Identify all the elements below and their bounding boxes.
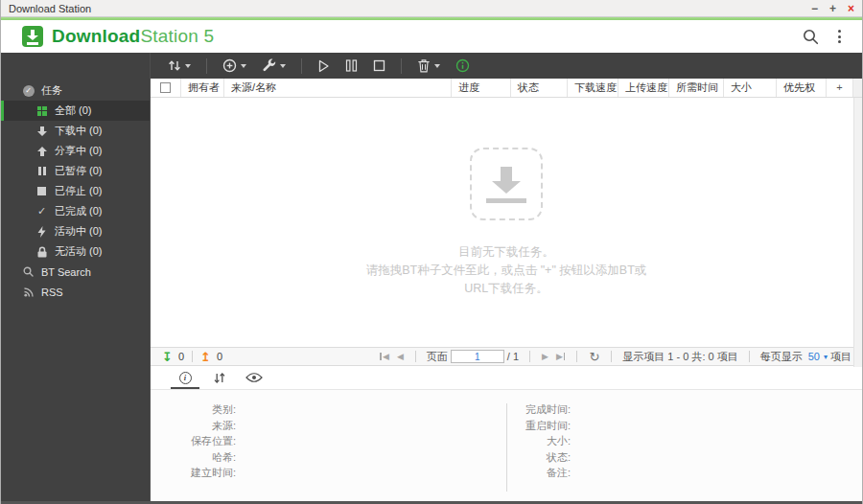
sidebar-section-tasks: ✓ 任务 xyxy=(1,80,150,101)
column-upload-speed[interactable]: 上传速度 xyxy=(618,79,669,97)
resume-button[interactable] xyxy=(312,57,336,76)
detail-tabs: i xyxy=(151,366,862,390)
detail-field-finish-time: 完成时间: xyxy=(507,401,571,418)
sidebar-item-seeding[interactable]: 分享中 (0) xyxy=(1,141,150,161)
maximize-button[interactable]: + xyxy=(829,3,836,14)
info-button[interactable] xyxy=(450,56,476,76)
sidebar-item-rss[interactable]: RSS xyxy=(1,282,150,302)
tab-transfer[interactable] xyxy=(204,366,235,389)
window-title: Download Station xyxy=(9,3,91,14)
detail-field-save-location: 保存位置: xyxy=(151,433,236,449)
stop-button[interactable] xyxy=(367,57,391,75)
page-total: / 1 xyxy=(507,351,519,362)
window-controls: − + × xyxy=(811,3,854,14)
sidebar-item-paused[interactable]: 已暂停 (0) xyxy=(1,161,150,181)
prev-page-button[interactable]: ◀ xyxy=(393,352,408,361)
app-brand: DownloadStation 5 xyxy=(22,26,214,47)
select-all-checkbox[interactable] xyxy=(160,82,171,93)
up-arrow-icon xyxy=(35,147,48,156)
column-download-speed[interactable]: 下载速度 xyxy=(568,79,618,97)
tasks-check-circle-icon: ✓ xyxy=(22,85,35,97)
delete-trash-button[interactable] xyxy=(411,56,446,76)
check-icon: ✓ xyxy=(35,205,48,218)
per-page-suffix: 项目 xyxy=(830,350,851,364)
rss-icon xyxy=(22,287,35,297)
search-icon[interactable] xyxy=(803,29,819,45)
first-page-button[interactable]: ◀ xyxy=(376,352,392,361)
window-titlebar: Download Station − + × xyxy=(1,0,862,17)
per-page-select[interactable]: 50 xyxy=(808,351,820,362)
sidebar-item-downloading[interactable]: 下载中 (0) xyxy=(1,121,150,141)
add-column-button[interactable]: + xyxy=(827,79,853,97)
grid-icon xyxy=(35,106,48,116)
tab-info[interactable]: i xyxy=(170,366,200,389)
page-number-input[interactable] xyxy=(451,350,504,363)
column-size[interactable]: 大小 xyxy=(724,79,777,97)
detail-field-source: 来源: xyxy=(151,418,236,434)
next-page-button[interactable]: ▶ xyxy=(538,352,552,361)
transfer-arrows-icon xyxy=(214,372,225,384)
download-count-icon: ↧ xyxy=(162,351,173,363)
sort-button[interactable] xyxy=(162,57,197,75)
sidebar-item-stopped[interactable]: 已停止 (0) xyxy=(1,181,150,201)
detail-right-column: 完成时间: 重启时间: 大小: 状态: 备注: xyxy=(507,401,862,501)
download-station-logo-icon xyxy=(22,26,43,47)
pagination-bar: ↧ 0 ↥ 0 ◀ ◀ 页面 / 1 ▶ ▶ ↻ xyxy=(151,347,862,366)
down-arrow-icon xyxy=(35,126,48,136)
sidebar-item-active[interactable]: 活动中 (0) xyxy=(1,221,150,241)
stop-icon xyxy=(35,187,48,195)
sidebar: ✓ 任务 全部 (0) 下载中 (0) 分享中 (0) 已暂停 (0) 已 xyxy=(1,53,151,501)
app-header: DownloadStation 5 xyxy=(1,20,862,53)
tab-content[interactable] xyxy=(239,366,269,389)
detail-field-status: 状态: xyxy=(507,449,571,466)
toolbar-separator xyxy=(206,58,207,74)
download-count: 0 xyxy=(178,351,184,362)
sort-dropdown-caret xyxy=(185,64,191,68)
items-info: 显示项目 1 - 0 共: 0 项目 xyxy=(622,350,737,364)
task-table-header: 拥有者 来源/名称 进度 状态 下载速度 上传速度 所需时间 大小 优先权 + xyxy=(151,79,862,98)
detail-field-category: 类别: xyxy=(151,401,236,418)
column-priority[interactable]: 优先权 xyxy=(777,79,827,97)
info-tab-icon: i xyxy=(179,372,192,384)
sidebar-item-inactive[interactable]: 无活动 (0) xyxy=(1,241,150,262)
detail-field-created-time: 建立时间: xyxy=(151,465,236,481)
more-menu-icon[interactable] xyxy=(836,28,843,45)
settings-dropdown-caret xyxy=(280,64,286,68)
pause-icon xyxy=(35,167,48,175)
last-page-button[interactable]: ▶ xyxy=(552,352,569,361)
toolbar xyxy=(151,53,862,79)
column-status[interactable]: 状态 xyxy=(511,79,568,97)
delete-dropdown-caret xyxy=(434,64,440,68)
add-task-button[interactable] xyxy=(217,56,252,76)
lightning-icon xyxy=(35,226,48,238)
column-progress[interactable]: 进度 xyxy=(452,79,511,97)
empty-state-message: 目前无下载任务。 请拖拽BT种子文件至此，或点击 "+" 按钮以添加BT或 UR… xyxy=(366,243,647,298)
add-dropdown-caret xyxy=(241,64,246,68)
minimize-button[interactable]: − xyxy=(811,3,818,14)
sidebar-item-all[interactable]: 全部 (0) xyxy=(1,101,150,121)
pause-button[interactable] xyxy=(339,57,363,75)
bt-search-magnifier-icon xyxy=(22,266,35,277)
toolbar-separator xyxy=(401,58,402,74)
vertical-scrollbar-track[interactable] xyxy=(853,98,862,367)
detail-field-hash: 哈希: xyxy=(151,449,236,466)
per-page-dropdown-caret: ▾ xyxy=(824,353,828,361)
column-source-name[interactable]: 来源/名称 xyxy=(224,79,452,97)
toolbar-separator xyxy=(301,58,302,74)
column-time-needed[interactable]: 所需时间 xyxy=(669,79,724,97)
upload-count-icon: ↥ xyxy=(200,351,211,363)
settings-wrench-button[interactable] xyxy=(256,56,292,76)
main-panel: 拥有者 来源/名称 进度 状态 下载速度 上传速度 所需时间 大小 优先权 + … xyxy=(151,53,862,501)
detail-field-note: 备注: xyxy=(507,465,571,481)
pagination-controls: ◀ ◀ 页面 / 1 ▶ ▶ ↻ 显示项目 1 - 0 共: 0 项目 每页显示… xyxy=(376,350,854,364)
task-list-drop-zone[interactable]: 目前无下载任务。 请拖拽BT种子文件至此，或点击 "+" 按钮以添加BT或 UR… xyxy=(151,98,862,347)
download-station-window: Download Station − + × DownloadStation 5 xyxy=(0,0,863,504)
refresh-icon[interactable]: ↻ xyxy=(585,350,603,364)
sidebar-item-bt-search[interactable]: BT Search xyxy=(1,262,150,282)
detail-field-restart-time: 重启时间: xyxy=(507,418,571,434)
detail-field-size: 大小: xyxy=(507,433,571,449)
eye-icon xyxy=(245,373,263,382)
sidebar-item-completed[interactable]: ✓ 已完成 (0) xyxy=(1,201,150,221)
column-owner[interactable]: 拥有者 xyxy=(181,79,224,97)
close-button[interactable]: × xyxy=(848,3,854,14)
